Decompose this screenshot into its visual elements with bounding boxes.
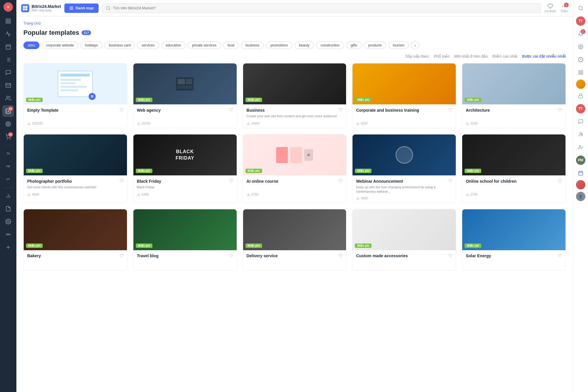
heart-button-3[interactable]: ♡ [338, 107, 343, 113]
filter-tag-beauty[interactable]: beauty [295, 42, 314, 49]
right-icon-calendar-check[interactable] [575, 167, 587, 179]
heart-button-14[interactable]: ♡ [448, 253, 452, 259]
template-card-ai-course[interactable]: AI Miễn phí AI online course ♡ 3702 [243, 134, 347, 203]
heart-button-13[interactable]: ♡ [338, 253, 343, 259]
sidebar-icon-analytics[interactable] [2, 190, 14, 202]
right-icon-orange[interactable] [576, 80, 585, 89]
template-card-bakery[interactable]: Miễn phí Bakery ♡ [23, 209, 127, 271]
filter-tag-tourism[interactable]: tourism [388, 42, 409, 49]
heart-button-12[interactable]: ♡ [229, 253, 233, 259]
filter-tag-corporate-website[interactable]: corporate website [42, 42, 78, 49]
sidebar-icon-home[interactable] [2, 15, 14, 27]
right-icon-chat[interactable] [575, 116, 587, 127]
sidebar-icon-tasks[interactable] [2, 54, 14, 65]
search-input[interactable] [113, 6, 537, 10]
sidebar-icon-tasks-check[interactable]: 24 [2, 105, 14, 117]
template-card-corp-training[interactable]: Miễn phí Corporate and business training… [352, 63, 456, 128]
template-card-photographer[interactable]: Miễn phí Photographer portfolio ♡ Get mo… [23, 134, 127, 203]
sidebar-icon-reports[interactable] [2, 203, 14, 215]
menu-button[interactable]: Danh mục [64, 4, 99, 13]
filter-tag-business-card[interactable]: business card [104, 42, 135, 49]
filter-tag-products[interactable]: products [364, 42, 386, 49]
sidebar-item-mm[interactable]: MM [2, 229, 14, 240]
search-bar[interactable] [102, 3, 541, 13]
right-icon-settings[interactable] [575, 41, 587, 53]
favorites-action[interactable]: Ưa thích [544, 3, 556, 13]
svg-rect-3 [9, 22, 11, 23]
sidebar-icon-chat[interactable] [2, 67, 14, 78]
svg-rect-41 [186, 79, 192, 84]
more-action[interactable]: 1 Thêm [561, 3, 568, 13]
logo-text: Bitrix24.Market 550+ ứng dụng [32, 4, 61, 12]
sort-newest[interactable]: Mới nhất ở trên đầu [454, 54, 488, 58]
heart-button-4[interactable]: ♡ [448, 107, 452, 113]
template-card-empty-template[interactable]: ✕ Miễn phí Empty Template ♡ 103025 [23, 63, 127, 128]
filter-tag-business[interactable]: business [241, 42, 264, 49]
avatar-tt-1[interactable]: TT [576, 16, 585, 26]
sidebar-icon-cart[interactable]: 15 [2, 131, 14, 143]
sidebar-icon-mail[interactable] [2, 80, 14, 91]
right-icon-user-plus[interactable] [575, 129, 587, 140]
avatar-tt-2[interactable]: TT [576, 104, 585, 113]
sidebar-item-ct[interactable]: CT [2, 173, 14, 185]
filter-tags: sites corporate website holidays busines… [23, 41, 566, 49]
template-card-online-school[interactable]: Miễn phí Online school for children ♡ 27… [462, 134, 566, 203]
sort-most-installed[interactable]: Được cài đặt nhiều nhất [522, 54, 566, 58]
right-icon-user-check[interactable] [575, 141, 587, 153]
heart-button-9[interactable]: ♡ [448, 178, 452, 184]
sidebar-icon-contacts[interactable] [2, 92, 14, 104]
right-icon-lock[interactable] [575, 90, 587, 102]
sidebar-icon-settings[interactable] [2, 216, 14, 227]
sidebar-icon-calendar[interactable] [2, 41, 14, 53]
notifications-badge: 1 [581, 29, 585, 34]
card-body-web-agency: Web agency ♡ 26293 [133, 104, 237, 128]
heart-button-5[interactable]: ♡ [558, 107, 562, 113]
heart-button-10[interactable]: ♡ [558, 178, 562, 184]
sidebar-icon-activity[interactable] [2, 28, 14, 40]
right-icon-info[interactable] [575, 54, 587, 65]
card-image-ai-course: AI Miễn phí [243, 134, 346, 175]
close-button[interactable]: ✕ [4, 2, 13, 12]
avatar-generic[interactable]: 👤 [576, 192, 585, 201]
svg-point-63 [580, 132, 582, 134]
filter-tag-sites[interactable]: sites [23, 42, 39, 49]
filter-tag-promotions[interactable]: promotions [266, 42, 292, 49]
sidebar-item-fb[interactable]: FB [2, 160, 14, 172]
right-icon-search[interactable] [575, 2, 587, 14]
template-card-web-agency[interactable]: Miễn phí Web agency ♡ 26293 [133, 63, 237, 128]
heart-button-6[interactable]: ♡ [119, 178, 123, 184]
filter-tag-construction[interactable]: construction [316, 42, 344, 49]
sidebar-item-tg[interactable]: TG [2, 148, 14, 159]
heart-button-15[interactable]: ♡ [558, 253, 562, 259]
template-card-solar[interactable]: Miễn phí Solar Energy ♡ [462, 209, 566, 271]
template-card-business[interactable]: Miễn phí Business ♡ Create your own site… [243, 63, 347, 128]
template-card-travel[interactable]: Miễn phí Travel blog ♡ [133, 209, 237, 271]
heart-button-7[interactable]: ♡ [229, 178, 233, 184]
heart-button-1[interactable]: ♡ [119, 107, 123, 113]
filter-tag-education[interactable]: education [161, 42, 185, 49]
filter-next-button[interactable]: › [411, 41, 419, 49]
breadcrumb[interactable]: Trang chủ [23, 21, 566, 25]
heart-button-11[interactable]: ♡ [119, 253, 123, 259]
filter-tag-private-services[interactable]: private services [188, 42, 221, 49]
filter-tag-holidays[interactable]: holidays [80, 42, 102, 49]
right-icon-red[interactable] [576, 180, 585, 189]
template-card-accessories[interactable]: Miễn phí Custom made accessories ♡ [352, 209, 456, 271]
avatar-pm[interactable]: PM [576, 156, 585, 165]
heart-button-8[interactable]: ♡ [338, 178, 343, 184]
logo: Bitrix24.Market 550+ ứng dụng [21, 4, 61, 12]
sidebar-icon-target[interactable] [2, 118, 14, 130]
filter-tag-gifts[interactable]: gifts [346, 42, 362, 49]
sidebar-icon-add[interactable] [2, 241, 14, 253]
sort-popular[interactable]: Phổ biến [434, 54, 450, 58]
heart-button-2[interactable]: ♡ [229, 107, 233, 113]
right-icon-grid[interactable] [575, 67, 587, 78]
right-icon-notifications[interactable]: 1 [575, 28, 587, 40]
template-card-delivery[interactable]: Miễn phí Delivery service ♡ [243, 209, 347, 271]
filter-tag-services[interactable]: services [137, 42, 159, 49]
template-card-architecture[interactable]: Miễn phí Architecture ♡ 6208 [462, 63, 566, 128]
sort-highest[interactable]: Điểm cao nhất [493, 54, 517, 58]
filter-tag-food[interactable]: food [223, 42, 239, 49]
template-card-black-friday[interactable]: BLACK FRIDAY Miễn phí Black Friday ♡ Bla… [133, 134, 237, 203]
template-card-webinar[interactable]: Miễn phí Webinar Announcement ♡ Keep up … [352, 134, 456, 203]
